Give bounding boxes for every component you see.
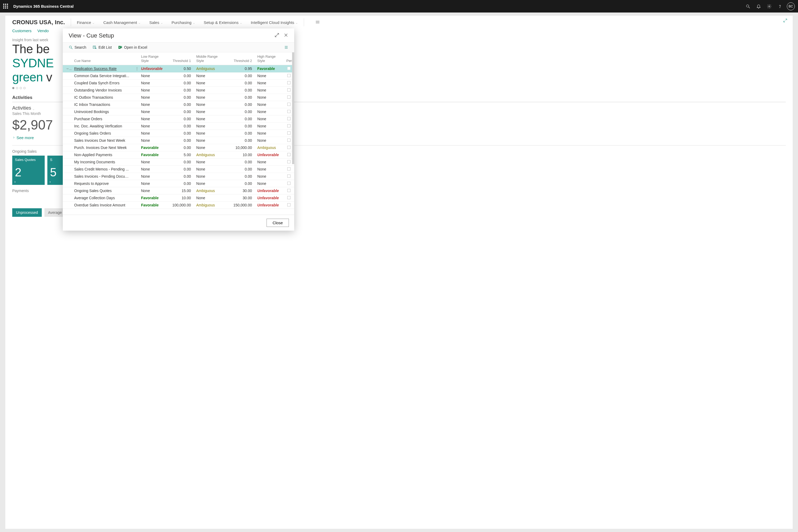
col-threshold-1[interactable]: Threshold 1 bbox=[167, 52, 193, 65]
grid-row[interactable]: Outstanding Vendor InvoicesNone0.00None0… bbox=[63, 87, 294, 94]
user-avatar[interactable]: BC bbox=[787, 2, 795, 11]
personalized-checkbox[interactable] bbox=[287, 138, 290, 142]
svg-rect-15 bbox=[121, 48, 122, 48]
toolbar-list-view-icon[interactable] bbox=[284, 45, 288, 50]
notifications-icon[interactable] bbox=[753, 1, 764, 12]
personalized-checkbox[interactable] bbox=[287, 196, 290, 199]
grid-row[interactable]: Requests to ApproveNone0.00None0.00None bbox=[63, 180, 294, 187]
svg-rect-13 bbox=[121, 46, 122, 46]
grid-row[interactable]: Purchase OrdersNone0.00None0.00None bbox=[63, 115, 294, 122]
grid-row[interactable]: IC Outbox TransactionsNone0.00None0.00No… bbox=[63, 94, 294, 101]
grid-row[interactable]: My Incoming DocumentsNone0.00None0.00Non… bbox=[63, 158, 294, 166]
grid-header-row: Cue Name Low Range Style Threshold 1 Mid… bbox=[63, 52, 294, 65]
toolbar-search-button[interactable]: Search bbox=[69, 45, 86, 50]
svg-point-9 bbox=[70, 46, 72, 48]
col-low-style[interactable]: Low Range Style bbox=[138, 52, 167, 65]
settings-gear-icon[interactable] bbox=[764, 1, 775, 12]
grid-row[interactable]: Ongoing Sales OrdersNone0.00None0.00None bbox=[63, 130, 294, 137]
col-high-style[interactable]: High Range Style bbox=[254, 52, 284, 65]
personalized-checkbox[interactable] bbox=[287, 117, 290, 120]
personalized-checkbox[interactable] bbox=[287, 88, 290, 92]
grid-row[interactable]: Uninvoiced BookingsNone0.00None0.00None bbox=[63, 108, 294, 115]
search-icon[interactable] bbox=[743, 1, 753, 12]
expand-dialog-icon[interactable] bbox=[274, 32, 279, 39]
grid-row[interactable]: Purch. Invoices Due Next WeekFavorable0.… bbox=[63, 144, 294, 151]
close-button[interactable]: Close bbox=[267, 218, 289, 227]
global-topbar: Dynamics 365 Business Central BC bbox=[0, 0, 798, 13]
grid-row[interactable]: Sales Invoices Due Next WeekNone0.00None… bbox=[63, 137, 294, 144]
svg-point-2 bbox=[769, 5, 770, 7]
grid-row[interactable]: →Replication Success Rate⋮Unfavorable0.5… bbox=[63, 65, 294, 72]
personalized-checkbox[interactable] bbox=[287, 167, 290, 171]
personalized-checkbox[interactable] bbox=[287, 131, 290, 135]
grid-row[interactable]: Coupled Data Synch ErrorsNone0.00None0.0… bbox=[63, 79, 294, 87]
svg-line-1 bbox=[748, 7, 750, 8]
cue-setup-dialog: View - Cue Setup Search Edit List Ope bbox=[63, 28, 294, 231]
personalized-checkbox[interactable] bbox=[287, 81, 290, 84]
svg-rect-14 bbox=[121, 47, 122, 48]
svg-line-10 bbox=[71, 48, 72, 49]
col-mid-style[interactable]: Middle Range Style bbox=[194, 52, 226, 65]
grid-row[interactable]: Ongoing Sales QuotesNone15.00Ambiguous30… bbox=[63, 187, 294, 194]
col-cue-name[interactable]: Cue Name bbox=[72, 52, 133, 65]
personalized-checkbox[interactable] bbox=[287, 74, 290, 77]
app-launcher-icon[interactable] bbox=[3, 4, 8, 9]
toolbar-edit-list-button[interactable]: Edit List bbox=[93, 45, 112, 50]
cue-setup-grid[interactable]: Cue Name Low Range Style Threshold 1 Mid… bbox=[63, 52, 294, 209]
toolbar-open-excel-button[interactable]: Open in Excel bbox=[118, 45, 147, 50]
personalized-checkbox[interactable] bbox=[287, 160, 290, 163]
close-dialog-icon[interactable] bbox=[284, 32, 288, 39]
personalized-checkbox[interactable] bbox=[287, 189, 290, 192]
grid-row[interactable]: Overdue Sales Invoice AmountFavorable100… bbox=[63, 202, 294, 209]
grid-row[interactable]: IC Inbox TransactionsNone0.00None0.00Non… bbox=[63, 101, 294, 108]
grid-row[interactable]: Inc. Doc. Awaiting VerficationNone0.00No… bbox=[63, 122, 294, 130]
svg-point-3 bbox=[780, 7, 780, 7]
dialog-title: View - Cue Setup bbox=[69, 32, 114, 39]
personalized-checkbox[interactable] bbox=[287, 146, 290, 149]
personalized-checkbox[interactable] bbox=[287, 174, 290, 178]
modal-overlay: View - Cue Setup Search Edit List Ope bbox=[0, 13, 798, 532]
personalized-checkbox[interactable] bbox=[287, 153, 290, 156]
grid-row[interactable]: Average Collection DaysFavorable10.00Non… bbox=[63, 194, 294, 202]
scrollbar[interactable] bbox=[292, 52, 294, 164]
personalized-checkbox[interactable] bbox=[287, 203, 290, 206]
grid-row[interactable]: Common Data Service Integrati...None0.00… bbox=[63, 72, 294, 79]
col-threshold-2[interactable]: Threshold 2 bbox=[226, 52, 254, 65]
personalized-checkbox[interactable] bbox=[287, 67, 290, 70]
grid-row[interactable]: Non-Applied PaymentsFavorable5.00Ambiguo… bbox=[63, 151, 294, 158]
grid-row[interactable]: Sales Invoices - Pending Docum...None0.0… bbox=[63, 173, 294, 180]
personalized-checkbox[interactable] bbox=[287, 110, 290, 113]
app-title: Dynamics 365 Business Central bbox=[13, 4, 74, 8]
personalized-checkbox[interactable] bbox=[287, 124, 290, 128]
personalized-checkbox[interactable] bbox=[287, 182, 290, 185]
personalized-checkbox[interactable] bbox=[287, 95, 290, 99]
personalized-checkbox[interactable] bbox=[287, 103, 290, 106]
svg-point-0 bbox=[746, 5, 749, 7]
grid-row[interactable]: Sales Credit Memos - Pending ...None0.00… bbox=[63, 166, 294, 173]
help-icon[interactable] bbox=[775, 1, 785, 12]
